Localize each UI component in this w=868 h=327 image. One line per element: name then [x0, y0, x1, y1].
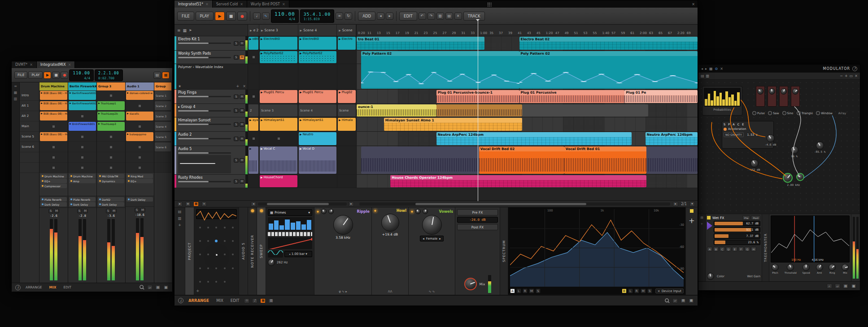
channel-button-l[interactable]: L — [516, 288, 521, 293]
tempo-display[interactable]: 110.00 4/4 — [271, 9, 299, 23]
step-pattern[interactable] — [268, 217, 312, 231]
next-icon[interactable]: ▸ — [439, 237, 441, 241]
view-tab-mix[interactable]: MIX — [214, 297, 226, 304]
volume-slider[interactable] — [178, 57, 231, 58]
stop-button[interactable] — [52, 156, 55, 159]
solo-button[interactable]: S — [234, 95, 239, 99]
stop-button[interactable] — [139, 156, 141, 159]
arranger-scrollbar[interactable] — [359, 202, 670, 206]
device-chip[interactable]: Compressor — [40, 184, 67, 188]
clip-slot[interactable] — [259, 64, 298, 89]
pad-a[interactable]: A — [707, 247, 712, 251]
project-tab[interactable]: IntegratedMIX× — [37, 61, 75, 68]
clip-slot[interactable]: Scene 3 — [154, 111, 171, 121]
clip-slot[interactable]: ▶dorses-colored-w — [126, 90, 154, 101]
device-chip[interactable]: Amp — [69, 179, 96, 183]
arranger-clip[interactable]: ounce-1 — [357, 104, 436, 116]
arranger-lane[interactable]: House Chords Operator 124bpm — [357, 175, 698, 188]
clip-slot[interactable] — [68, 132, 96, 142]
clip-slot[interactable] — [126, 121, 154, 132]
clip-slot[interactable]: ▶Vocal D — [298, 146, 337, 174]
add-device-icon[interactable]: + — [236, 84, 240, 88]
clip-play-icon[interactable]: ▶ — [261, 118, 263, 122]
param-value[interactable]: 23.6 % — [714, 240, 760, 245]
edit-button[interactable]: EDIT — [399, 12, 417, 21]
mini-knob[interactable] — [328, 209, 334, 214]
clip-slot[interactable]: Scene 5 — [154, 132, 171, 142]
clip-slot[interactable] — [39, 121, 68, 132]
launcher-clip[interactable]: ▶808 (Bass 08) - Ho — [40, 132, 67, 141]
group-scene-cell[interactable]: Scene 5 — [155, 132, 171, 141]
clip-play-icon[interactable]: ▶ — [300, 52, 302, 55]
solo-button[interactable]: S — [48, 209, 53, 213]
clip-play-icon[interactable]: ▶ — [261, 147, 263, 151]
clip-slot[interactable]: Scene — [337, 104, 357, 117]
clip-slot[interactable]: ▶Plug01 Percu — [298, 90, 337, 103]
launcher-clip[interactable]: ▶ElectroBt0 — [299, 37, 336, 50]
arranger-lane[interactable]: Plug 01 Percussive-bounce-1Plug 01 Percu… — [357, 90, 698, 103]
envelope-display[interactable] — [268, 237, 312, 249]
param-value[interactable]: 7.37 dB — [714, 233, 760, 239]
scene-header[interactable]: ▶Scene — [337, 25, 356, 36]
search-icon[interactable] — [140, 285, 144, 290]
arranger-lane[interactable]: Vocal Drift Bed 02Vocal Drift Bed 01 — [357, 146, 698, 174]
view-tab-mix[interactable]: MIX — [47, 284, 59, 290]
pad-b[interactable]: B — [713, 247, 719, 251]
stop-button[interactable] — [139, 105, 141, 107]
clip-slot[interactable] — [126, 142, 154, 152]
mini-knob[interactable] — [415, 209, 421, 214]
group-scene-cell[interactable]: Scene 6 — [155, 142, 171, 151]
pre-button[interactable]: Pre — [742, 215, 750, 220]
arranger-clip[interactable] — [646, 146, 698, 174]
solo-button[interactable]: S — [234, 41, 239, 46]
view-tab-edit[interactable]: EDIT — [228, 297, 242, 304]
clip-slot[interactable] — [154, 163, 171, 173]
group-scene-cell[interactable]: Scene 4 — [299, 104, 336, 116]
launcher-clip[interactable]: ▶PolyPatter02 — [299, 51, 336, 63]
punch-in-icon[interactable]: ↻ — [345, 13, 352, 20]
clip-play-icon[interactable]: ▶ — [300, 118, 302, 122]
xy-dot[interactable] — [207, 281, 209, 283]
add-prev-icon[interactable]: ◂ — [377, 13, 384, 20]
tm-knob-amt[interactable]: Amt — [816, 264, 823, 280]
volume-slider[interactable] — [178, 138, 231, 139]
file-icon[interactable]: ▱ — [835, 284, 840, 288]
module-knob[interactable] — [757, 88, 763, 95]
clip-play-icon[interactable]: ▶ — [339, 37, 341, 41]
pre-fx-value[interactable]: -24.0 dB — [457, 217, 498, 223]
stop-button[interactable] — [110, 136, 112, 138]
stop-button[interactable] — [81, 136, 83, 138]
scene-header[interactable]: ▶Scene 4 — [298, 25, 337, 36]
power-icon[interactable] — [410, 210, 414, 213]
xy-dot[interactable] — [207, 267, 209, 269]
scene-play-icon[interactable]: ▶ — [261, 29, 263, 32]
launcher-clip[interactable]: ▶Himala — [338, 118, 356, 131]
clip-slot[interactable]: ▶baloopppino — [126, 132, 154, 142]
channel-name[interactable]: Group — [154, 82, 171, 90]
clip-slot[interactable]: ▶BerlinFireworkKit0 — [68, 90, 96, 101]
arranger-clip[interactable]: tro Beat 01 — [357, 37, 484, 50]
grid-knob[interactable]: -4.6 dB — [765, 134, 776, 146]
chain-icon[interactable]: ▤ — [700, 216, 703, 219]
module-knob[interactable] — [781, 88, 787, 95]
clip-slot[interactable]: ▶HimalayanS1 — [259, 117, 298, 131]
track-panel-cell[interactable]: Wonky Synth PadsSM — [174, 51, 248, 64]
wave-option-saw[interactable]: Saw — [768, 111, 779, 115]
device-note-receiver[interactable]: NOTE RECEIVER — [248, 207, 257, 295]
info-icon[interactable]: i — [15, 285, 21, 290]
solo-button[interactable]: S — [106, 209, 111, 213]
knob-module[interactable] — [768, 86, 776, 107]
favorite-icon[interactable]: ★ — [178, 84, 181, 88]
xy-dot[interactable] — [224, 227, 226, 228]
stop-button[interactable] — [139, 125, 141, 128]
xy-dot[interactable] — [224, 267, 226, 269]
launcher-clip[interactable]: ▶BerlinFireworkKit01 — [69, 101, 96, 110]
treemonster-tab[interactable]: TREEMONSTER — [762, 214, 769, 281]
track-panel-cell[interactable]: Polymer › Wavetable Index★+× — [174, 64, 248, 89]
clip-slot[interactable]: ▶HimalayanS1 — [298, 117, 337, 131]
launcher-clip[interactable]: ▶baloopppino — [126, 132, 153, 141]
mute-button[interactable]: M — [240, 122, 244, 127]
stop-button[interactable] — [52, 146, 55, 148]
device-chip[interactable]: Drum Machine — [40, 174, 67, 178]
fit-icon[interactable]: ▭ — [850, 74, 853, 78]
